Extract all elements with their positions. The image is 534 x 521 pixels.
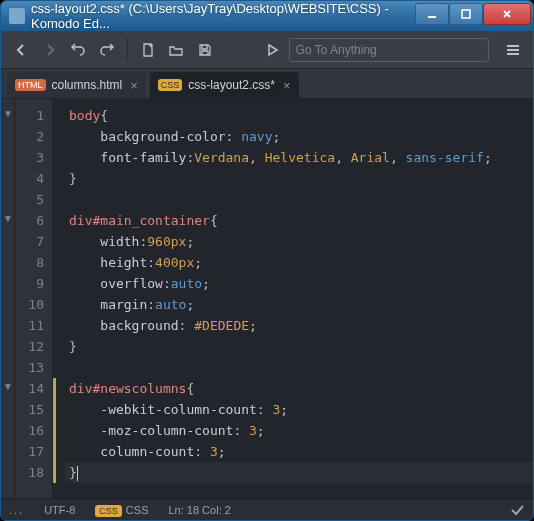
modified-marker — [53, 378, 56, 399]
code-line[interactable]: } — [65, 168, 533, 189]
app-window: css-layout2.css* (C:\Users\JayTray\Deskt… — [0, 0, 534, 521]
svg-rect-1 — [462, 10, 470, 18]
code-line[interactable] — [65, 189, 533, 210]
redo-button[interactable] — [94, 36, 118, 64]
minimize-button[interactable] — [415, 3, 449, 25]
close-tab-icon[interactable]: × — [130, 78, 138, 93]
code-line[interactable]: -moz-column-count: 3; — [65, 420, 533, 441]
close-tab-icon[interactable]: × — [283, 78, 291, 93]
code-line[interactable] — [65, 357, 533, 378]
code-line[interactable]: div#main_container{ — [65, 210, 533, 231]
fold-toggle-icon[interactable]: ▼ — [3, 108, 13, 119]
code-line[interactable]: column-count: 3; — [65, 441, 533, 462]
back-button[interactable] — [9, 36, 33, 64]
separator — [127, 39, 128, 61]
search-input[interactable] — [296, 43, 482, 57]
code-line[interactable]: width:960px; — [65, 231, 533, 252]
undo-button[interactable] — [66, 36, 90, 64]
code-line[interactable]: div#newscolumns{ — [65, 378, 533, 399]
tab-0[interactable]: HTMLcolumns.html× — [7, 72, 146, 98]
modified-marker — [53, 399, 56, 420]
toolbar — [1, 31, 533, 69]
code-line[interactable]: body{ — [65, 105, 533, 126]
code-line[interactable]: } — [65, 462, 533, 483]
tab-label: css-layout2.css* — [188, 78, 275, 92]
tab-label: columns.html — [52, 78, 123, 92]
fold-toggle-icon[interactable]: ▼ — [3, 213, 13, 224]
modified-marker — [53, 420, 56, 441]
close-button[interactable] — [483, 3, 531, 25]
status-menu[interactable]: ... — [9, 504, 24, 516]
menu-button[interactable] — [501, 36, 525, 64]
tab-1[interactable]: CSScss-layout2.css*× — [150, 72, 299, 98]
window-title: css-layout2.css* (C:\Users\JayTray\Deskt… — [31, 1, 415, 31]
code-line[interactable]: margin:auto; — [65, 294, 533, 315]
status-language[interactable]: CSSCSS — [95, 504, 148, 516]
new-file-button[interactable] — [136, 36, 160, 64]
code-line[interactable]: font-family:Verdana, Helvetica, Arial, s… — [65, 147, 533, 168]
line-gutter[interactable]: 123456789101112131415161718 — [15, 99, 53, 498]
status-bar: ... UTF-8 CSSCSS Ln: 18 Col: 2 — [1, 498, 533, 520]
syntax-ok-icon[interactable] — [509, 502, 525, 518]
search-box[interactable] — [289, 38, 489, 62]
modified-marker — [53, 441, 56, 462]
app-icon — [9, 8, 25, 24]
svg-rect-0 — [428, 16, 436, 18]
code-line[interactable]: -webkit-column-count: 3; — [65, 399, 533, 420]
language-badge-icon: CSS — [95, 505, 122, 517]
window-controls — [415, 7, 531, 25]
status-position[interactable]: Ln: 18 Col: 2 — [168, 504, 230, 516]
code-line[interactable]: background: #DEDEDE; — [65, 315, 533, 336]
titlebar: css-layout2.css* (C:\Users\JayTray\Deskt… — [1, 1, 533, 31]
save-button[interactable] — [193, 36, 217, 64]
code-line[interactable]: } — [65, 336, 533, 357]
fold-column[interactable]: ▼▼▼ — [1, 99, 15, 498]
filetype-badge-icon: HTML — [15, 79, 46, 91]
editor[interactable]: ▼▼▼ 123456789101112131415161718 body{ ba… — [1, 99, 533, 498]
status-encoding[interactable]: UTF-8 — [44, 504, 75, 516]
code-line[interactable]: height:400px; — [65, 252, 533, 273]
tab-bar: HTMLcolumns.html×CSScss-layout2.css*× — [1, 69, 533, 99]
fold-toggle-icon[interactable]: ▼ — [3, 381, 13, 392]
filetype-badge-icon: CSS — [158, 79, 183, 91]
code-line[interactable]: overflow:auto; — [65, 273, 533, 294]
code-line[interactable]: background-color: navy; — [65, 126, 533, 147]
forward-button[interactable] — [37, 36, 61, 64]
maximize-button[interactable] — [449, 3, 483, 25]
run-button[interactable] — [260, 36, 284, 64]
code-area[interactable]: body{ background-color: navy; font-famil… — [53, 99, 533, 498]
modified-marker — [53, 462, 56, 483]
open-file-button[interactable] — [164, 36, 188, 64]
